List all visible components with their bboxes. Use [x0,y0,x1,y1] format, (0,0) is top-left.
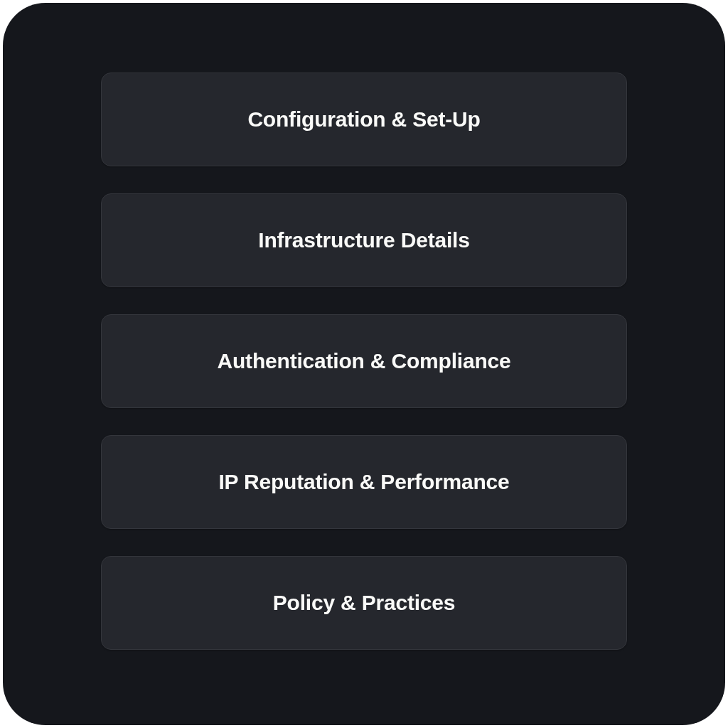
category-panel: Configuration & Set-Up Infrastructure De… [3,3,725,725]
card-label: Authentication & Compliance [218,349,511,373]
card-policy-practices[interactable]: Policy & Practices [101,556,627,650]
card-configuration-setup[interactable]: Configuration & Set-Up [101,73,627,166]
card-authentication-compliance[interactable]: Authentication & Compliance [101,314,627,408]
card-label: IP Reputation & Performance [218,470,509,494]
card-label: Infrastructure Details [258,228,469,252]
card-label: Policy & Practices [273,591,456,615]
card-ip-reputation-performance[interactable]: IP Reputation & Performance [101,435,627,529]
card-infrastructure-details[interactable]: Infrastructure Details [101,193,627,287]
card-label: Configuration & Set-Up [247,107,480,132]
